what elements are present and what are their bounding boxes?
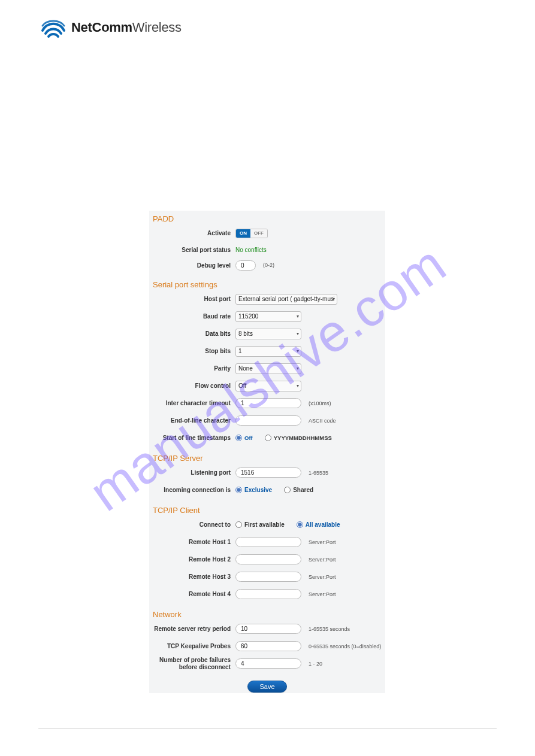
incoming-label: Incoming connection is <box>149 487 234 493</box>
host-port-label: Host port <box>149 296 234 302</box>
rh3-input[interactable] <box>235 572 301 582</box>
row-stopbits: Stop bits 1 ▾ <box>149 342 385 360</box>
wifi-arc-icon <box>40 16 67 39</box>
row-timestamps: Start of line timestamps Off YYYYMMDDHHM… <box>149 429 385 447</box>
ts-fmt-radio[interactable]: YYYYMMDDHHMMSS <box>265 435 332 441</box>
ts-off-radio[interactable]: Off <box>235 435 253 441</box>
keep-label: TCP Keepalive Probes <box>149 643 234 649</box>
stopbits-select[interactable]: 1 <box>235 346 301 357</box>
row-databits: Data bits 8 bits ▾ <box>149 325 385 342</box>
fail-hint: 1 - 20 <box>309 661 322 667</box>
listen-input[interactable] <box>235 467 301 478</box>
retry-input[interactable] <box>235 624 301 634</box>
retry-label: Remote server retry period <box>149 626 234 632</box>
section-serial-title: Serial port settings <box>149 277 385 290</box>
ts-label: Start of line timestamps <box>149 435 234 441</box>
row-eol: End-of-line character ASCII code <box>149 412 385 429</box>
row-connect-to: Connect to First available All available <box>149 516 385 533</box>
keep-input[interactable] <box>235 641 301 651</box>
activate-toggle[interactable]: ON OFF <box>235 229 268 238</box>
toggle-on-label: ON <box>236 229 250 238</box>
connect-first-radio[interactable]: First available <box>235 521 285 528</box>
section-network-title: Network <box>149 606 385 620</box>
parity-select[interactable]: None <box>235 363 301 374</box>
stopbits-label: Stop bits <box>149 348 234 354</box>
connect-all-radio[interactable]: All available <box>297 521 340 528</box>
incoming-exclusive-radio[interactable]: Exclusive <box>235 487 272 493</box>
incoming-shared-label: Shared <box>293 487 313 493</box>
row-listen: Listening port 1-65535 <box>149 464 385 481</box>
debug-label: Debug level <box>149 262 234 269</box>
databits-label: Data bits <box>149 330 234 337</box>
flow-label: Flow control <box>149 382 234 389</box>
rh2-label: Remote Host 2 <box>149 556 234 563</box>
debug-hint: (0-2) <box>263 262 274 268</box>
eol-hint: ASCII code <box>309 418 336 424</box>
connect-all-label: All available <box>306 521 340 528</box>
host-port-select[interactable]: External serial port ( gadget-tty-musb-t… <box>235 294 337 305</box>
rh1-input[interactable] <box>235 537 301 547</box>
rh1-label: Remote Host 1 <box>149 539 234 545</box>
incoming-exclusive-label: Exclusive <box>244 487 272 493</box>
eol-label: End-of-line character <box>149 417 234 424</box>
brand-thin: Wireless <box>132 20 182 35</box>
row-activate: Activate ON OFF <box>149 224 385 242</box>
save-button[interactable]: Save <box>247 681 287 693</box>
row-incoming: Incoming connection is Exclusive Shared <box>149 481 385 499</box>
serial-status-label: Serial port status <box>149 247 234 253</box>
row-flow: Flow control Off ▾ <box>149 377 385 394</box>
listen-hint: 1-65535 <box>309 470 328 476</box>
serial-status-value: No conflicts <box>235 247 267 253</box>
baud-select[interactable]: 115200 <box>235 311 301 322</box>
rh2-input[interactable] <box>235 554 301 564</box>
row-ict: Inter character timeout (x100ms) <box>149 394 385 412</box>
section-padd-title: PADD <box>149 211 385 224</box>
row-serial-status: Serial port status No conflicts <box>149 242 385 257</box>
section-client-title: TCP/IP Client <box>149 502 385 516</box>
ts-fmt-label: YYYYMMDDHHMMSS <box>274 435 332 441</box>
brand-bold: NetComm <box>71 20 132 35</box>
flow-select[interactable]: Off <box>235 381 301 391</box>
eol-input[interactable] <box>235 415 301 426</box>
parity-label: Parity <box>149 365 234 372</box>
row-rh4: Remote Host 4 Server:Port <box>149 585 385 603</box>
baud-label: Baud rate <box>149 313 234 320</box>
row-host-port: Host port External serial port ( gadget-… <box>149 290 385 308</box>
keep-hint: 0-65535 seconds (0=disabled) <box>309 643 381 649</box>
settings-panel: PADD Activate ON OFF Serial port status … <box>149 211 385 693</box>
ict-label: Inter character timeout <box>149 400 234 406</box>
row-parity: Parity None ▾ <box>149 360 385 377</box>
rh4-label: Remote Host 4 <box>149 591 234 597</box>
incoming-shared-radio[interactable]: Shared <box>284 487 313 493</box>
rh1-hint: Server:Port <box>309 539 336 545</box>
fail-input[interactable] <box>235 658 301 669</box>
debug-input[interactable] <box>235 260 256 271</box>
databits-select[interactable]: 8 bits <box>235 329 301 339</box>
rh4-hint: Server:Port <box>309 591 336 597</box>
connect-label: Connect to <box>149 521 234 528</box>
rh2-hint: Server:Port <box>309 557 336 563</box>
toggle-off-label: OFF <box>250 229 267 238</box>
rh3-hint: Server:Port <box>309 574 336 580</box>
row-rh2: Remote Host 2 Server:Port <box>149 551 385 568</box>
footer-rule <box>38 728 497 728</box>
ict-input[interactable] <box>235 398 301 408</box>
row-fail: Number of probe failures before disconne… <box>149 655 385 672</box>
row-rh1: Remote Host 1 Server:Port <box>149 533 385 551</box>
fail-label: Number of probe failures before disconne… <box>149 657 234 670</box>
brand-logo: NetCommWireless <box>40 16 182 39</box>
row-debug-level: Debug level (0-2) <box>149 257 385 273</box>
row-retry: Remote server retry period 1-65535 secon… <box>149 620 385 637</box>
connect-first-label: First available <box>244 521 285 528</box>
row-keep: TCP Keepalive Probes 0-65535 seconds (0=… <box>149 637 385 655</box>
row-baud: Baud rate 115200 ▾ <box>149 308 385 325</box>
rh4-input[interactable] <box>235 589 301 599</box>
ict-hint: (x100ms) <box>309 400 331 406</box>
brand-text: NetCommWireless <box>71 20 182 35</box>
rh3-label: Remote Host 3 <box>149 573 234 580</box>
listen-label: Listening port <box>149 469 234 476</box>
activate-label: Activate <box>149 230 234 236</box>
row-rh3: Remote Host 3 Server:Port <box>149 568 385 585</box>
section-server-title: TCP/IP Server <box>149 450 385 464</box>
retry-hint: 1-65535 seconds <box>309 626 350 632</box>
